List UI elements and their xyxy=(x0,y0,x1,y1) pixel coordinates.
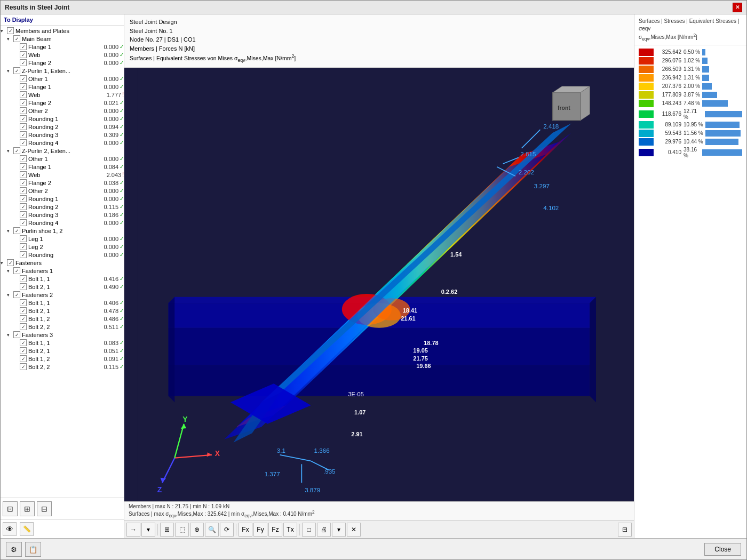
checkbox[interactable]: ✓ xyxy=(20,299,27,306)
checkbox[interactable]: ✓ xyxy=(20,307,27,314)
expand-arrow[interactable]: ▾ xyxy=(7,68,13,74)
checkbox[interactable]: ✓ xyxy=(20,211,27,218)
checkbox[interactable]: ✓ xyxy=(13,331,20,338)
toolbar-dropdown-btn[interactable]: ▾ xyxy=(141,523,155,537)
eye-icon-btn[interactable]: 👁 xyxy=(3,522,17,536)
tree-item-bolt21-f1[interactable]: ✓Bolt 2, 10.490✓ xyxy=(1,283,124,291)
expand-arrow[interactable]: ▾ xyxy=(7,148,13,154)
footer-btn-2[interactable]: ⊞ xyxy=(20,501,35,516)
tree-item-flange1-2[interactable]: ✓Flange 10.084✓ xyxy=(1,163,124,171)
tree-item-rounding1-1[interactable]: ✓Rounding 10.000✓ xyxy=(1,115,124,123)
tree-item-flange2[interactable]: ✓Flange 20.000✓ xyxy=(1,59,124,67)
toolbar-print-drop-btn[interactable]: ▾ xyxy=(332,523,346,537)
checkbox[interactable]: ✓ xyxy=(13,35,20,42)
tree-item-bolt22-f2[interactable]: ✓Bolt 2, 20.511✓ xyxy=(1,323,124,331)
tree-item-rounding-ps[interactable]: ✓Rounding0.000✓ xyxy=(1,251,124,259)
checkbox[interactable]: ✓ xyxy=(20,219,27,226)
checkbox[interactable]: ✓ xyxy=(20,51,27,58)
tree-item-leg1[interactable]: ✓Leg 10.000✓ xyxy=(1,235,124,243)
checkbox[interactable]: ✓ xyxy=(20,115,27,122)
tree-item-members-plates[interactable]: ▾✓Members and Plates xyxy=(1,27,124,35)
checkbox[interactable]: ✓ xyxy=(20,139,27,146)
tree-item-rounding2-1[interactable]: ✓Rounding 20.094✓ xyxy=(1,123,124,131)
checkbox[interactable]: ✓ xyxy=(20,107,27,114)
tree-item-purlin-shoe[interactable]: ▾✓Purlin shoe 1, 2 xyxy=(1,227,124,235)
expand-arrow[interactable]: ▾ xyxy=(7,332,13,338)
checkbox[interactable]: ✓ xyxy=(20,283,27,290)
toolbar-layout-btn[interactable]: ⊟ xyxy=(618,523,632,537)
tree-item-bolt22-f3[interactable]: ✓Bolt 2, 20.115✓ xyxy=(1,363,124,371)
tree-item-main-beam[interactable]: ▾✓Main Beam xyxy=(1,35,124,43)
checkbox[interactable]: ✓ xyxy=(20,123,27,130)
toolbar-grid-btn[interactable]: ⊞ xyxy=(160,523,174,537)
app-bottom-btn-1[interactable]: ⚙ xyxy=(6,542,22,557)
checkbox[interactable]: ✓ xyxy=(20,195,27,202)
tree-item-rounding4-2[interactable]: ✓Rounding 40.000✓ xyxy=(1,219,124,227)
tree-item-rounding1-2[interactable]: ✓Rounding 10.000✓ xyxy=(1,195,124,203)
checkbox[interactable]: ✓ xyxy=(20,187,27,194)
checkbox[interactable]: ✓ xyxy=(20,163,27,170)
checkbox[interactable]: ✓ xyxy=(20,99,27,106)
checkbox[interactable]: ✓ xyxy=(13,227,20,234)
expand-arrow[interactable]: ▾ xyxy=(1,260,7,266)
checkbox[interactable]: ✓ xyxy=(20,355,27,362)
checkbox[interactable]: ✓ xyxy=(20,155,27,162)
tree-item-bolt12-f2[interactable]: ✓Bolt 1, 20.486✓ xyxy=(1,315,124,323)
tree-item-rounding3-2[interactable]: ✓Rounding 30.186✓ xyxy=(1,211,124,219)
app-bottom-btn-2[interactable]: 📋 xyxy=(25,542,41,557)
tree-item-bolt21-f3[interactable]: ✓Bolt 2, 10.051✓ xyxy=(1,347,124,355)
tree-item-rounding3-1[interactable]: ✓Rounding 30.309✓ xyxy=(1,131,124,139)
tree-item-fasteners1[interactable]: ▾✓Fasteners 1 xyxy=(1,267,124,275)
toolbar-arrow-btn[interactable]: → xyxy=(126,523,140,537)
checkbox[interactable]: ✓ xyxy=(20,251,27,258)
tree-item-fasteners3[interactable]: ▾✓Fasteners 3 xyxy=(1,331,124,339)
toolbar-fz-btn[interactable]: Fz xyxy=(268,523,282,537)
tree-item-flange2-1[interactable]: ✓Flange 20.021✓ xyxy=(1,99,124,107)
checkbox[interactable]: ✓ xyxy=(20,235,27,242)
tree-item-fasteners2[interactable]: ▾✓Fasteners 2 xyxy=(1,291,124,299)
checkbox[interactable]: ✓ xyxy=(20,275,27,282)
checkbox[interactable]: ✓ xyxy=(20,179,27,186)
checkbox[interactable]: ✓ xyxy=(20,203,27,210)
checkbox[interactable]: ✓ xyxy=(20,315,27,322)
footer-btn-1[interactable]: ⊡ xyxy=(3,501,18,516)
checkbox[interactable]: ✓ xyxy=(20,131,27,138)
checkbox[interactable]: ✓ xyxy=(20,339,27,346)
tree-item-other1-2[interactable]: ✓Other 10.000✓ xyxy=(1,155,124,163)
tree-item-web-2[interactable]: ✓Web2.043! xyxy=(1,171,124,179)
toolbar-print-btn[interactable]: 🖨 xyxy=(317,523,331,537)
tree-item-bolt11-f2[interactable]: ✓Bolt 1, 10.406✓ xyxy=(1,299,124,307)
tree-item-zpurlin2[interactable]: ▾✓Z-Purlin 2, Exten... xyxy=(1,147,124,155)
checkbox[interactable]: ✓ xyxy=(7,259,14,266)
tree-item-flange1-1[interactable]: ✓Flange 10.000✓ xyxy=(1,83,124,91)
tree-item-bolt11-f3[interactable]: ✓Bolt 1, 10.083✓ xyxy=(1,339,124,347)
toolbar-view-btn[interactable]: □ xyxy=(302,523,316,537)
tree-item-flange1[interactable]: ✓Flange 10.000✓ xyxy=(1,43,124,51)
checkbox[interactable]: ✓ xyxy=(20,43,27,50)
tree-item-fasteners[interactable]: ▾✓Fasteners xyxy=(1,259,124,267)
toolbar-fx-btn[interactable]: Fx xyxy=(239,523,252,537)
checkbox[interactable]: ✓ xyxy=(20,323,27,330)
tree-item-other2-2[interactable]: ✓Other 20.000✓ xyxy=(1,187,124,195)
expand-arrow[interactable]: ▾ xyxy=(7,292,13,298)
checkbox[interactable]: ✓ xyxy=(20,171,27,178)
3d-viewport[interactable]: 2.418 2.202 2.815 3.297 4.102 1.54 0.2.6… xyxy=(124,68,634,501)
checkbox[interactable]: ✓ xyxy=(13,147,20,154)
expand-arrow[interactable]: ▾ xyxy=(7,228,13,234)
ruler-icon-btn[interactable]: 📏 xyxy=(20,522,34,536)
toolbar-cursor-btn[interactable]: ⊕ xyxy=(190,523,204,537)
checkbox[interactable]: ✓ xyxy=(7,27,14,34)
tree-item-flange2-2[interactable]: ✓Flange 20.038✓ xyxy=(1,179,124,187)
toolbar-zoom-btn[interactable]: 🔍 xyxy=(205,523,219,537)
toolbar-orbit-btn[interactable]: ⟳ xyxy=(220,523,234,537)
tree-item-other1-1[interactable]: ✓Other 10.000✓ xyxy=(1,75,124,83)
tree-item-bolt21-f2[interactable]: ✓Bolt 2, 10.478✓ xyxy=(1,307,124,315)
toolbar-reset-btn[interactable]: ✕ xyxy=(347,523,361,537)
footer-btn-3[interactable]: ⊟ xyxy=(37,501,52,516)
expand-arrow[interactable]: ▾ xyxy=(7,268,13,274)
expand-arrow[interactable]: ▾ xyxy=(7,36,13,42)
expand-arrow[interactable]: ▾ xyxy=(1,28,7,34)
checkbox[interactable]: ✓ xyxy=(20,91,27,98)
tree-item-other2-1[interactable]: ✓Other 20.000✓ xyxy=(1,107,124,115)
checkbox[interactable]: ✓ xyxy=(13,267,20,274)
